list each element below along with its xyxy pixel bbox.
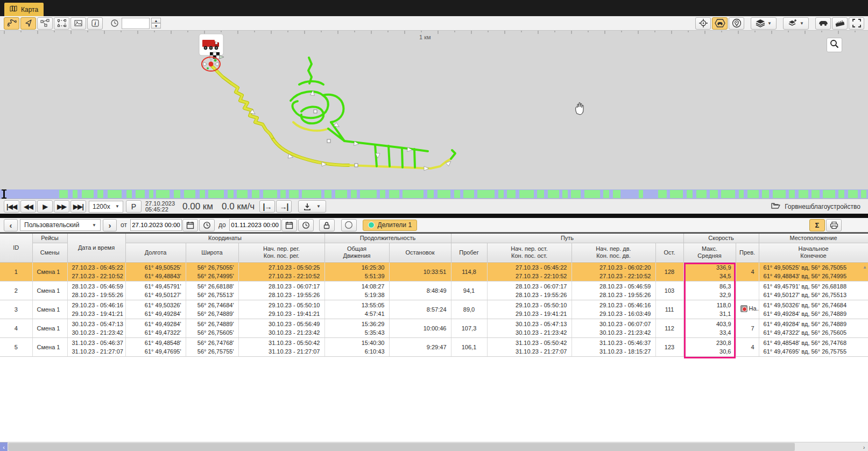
cell-reg: 29.10.23 - 05:50:1029.10.23 - 19:41:21 xyxy=(238,300,324,319)
cell-path_move: 29.10.23 - 05:46:1629.10.23 - 16:03:49 xyxy=(571,300,655,319)
search-icon xyxy=(830,39,839,51)
col-latitude[interactable]: Широта xyxy=(186,243,238,262)
table-row[interactable]: 5Смена 131.10.23 - 05:46:3731.10.23 - 21… xyxy=(0,337,868,356)
image-icon xyxy=(74,19,83,27)
colgroup-speed[interactable]: Скорость xyxy=(683,234,759,243)
map-icon xyxy=(10,5,18,13)
play-button[interactable]: ▶ xyxy=(37,200,53,213)
colgroup-duration[interactable]: Продолжительность xyxy=(324,234,451,243)
select-area-button[interactable] xyxy=(54,17,69,30)
layers-button[interactable]: ▼ xyxy=(751,17,777,30)
col-longitude[interactable]: Долгота xyxy=(125,243,186,262)
period-preset-select[interactable]: Пользовательский ▼ xyxy=(20,219,101,231)
fullscreen-button[interactable] xyxy=(849,17,864,30)
prev-period-button[interactable]: ‹ xyxy=(4,219,18,231)
scrollbar-thumb[interactable] xyxy=(8,443,795,451)
photos-button[interactable] xyxy=(70,17,86,30)
map-canvas[interactable]: 1 км xyxy=(0,31,868,189)
jump-to-end-button[interactable]: →| xyxy=(276,200,292,213)
timeline-segment xyxy=(507,190,516,198)
rewind-button[interactable]: ◀◀ xyxy=(20,200,36,213)
fast-forward-button[interactable]: ▶▶ xyxy=(54,200,69,213)
date-to-calendar-button[interactable] xyxy=(281,219,297,231)
date-from-calendar-button[interactable] xyxy=(182,219,198,231)
cell-lon: 61° 49,48548'61° 49,47695' xyxy=(125,337,186,356)
time-filter-input[interactable] xyxy=(122,18,150,29)
timeline-segment xyxy=(200,190,205,198)
lock-period-button[interactable] xyxy=(319,219,335,231)
geozones-button[interactable] xyxy=(37,17,53,30)
cell-reg: 30.10.23 - 05:56:4930.10.23 - 21:23:42 xyxy=(238,319,324,337)
date-from-input[interactable] xyxy=(130,219,182,231)
scroll-left-button[interactable]: ‹ xyxy=(0,442,8,451)
vehicle-group[interactable]: Горвнешблагоустройство xyxy=(771,202,865,211)
print-button[interactable] xyxy=(826,219,842,231)
time-from-clock-button[interactable] xyxy=(199,219,215,231)
export-button[interactable]: ▼ xyxy=(298,200,326,213)
p-mode-button[interactable]: P xyxy=(126,200,142,213)
map-search-button[interactable] xyxy=(827,38,842,52)
time-filter-toggle[interactable] xyxy=(109,17,120,30)
time-to-clock-button[interactable] xyxy=(298,219,314,231)
cell-id: 1 xyxy=(0,262,32,281)
jump-from-icon: |→ xyxy=(263,202,272,211)
skip-start-button[interactable]: |◀◀ xyxy=(4,200,19,213)
jump-to-start-button[interactable]: |→ xyxy=(259,200,275,213)
rewind-icon: ◀◀ xyxy=(24,203,32,210)
table-scroll-up-icon[interactable]: ▲ xyxy=(863,265,867,270)
table-row[interactable]: 3Смена 129.10.23 - 05:46:1629.10.23 - 19… xyxy=(0,300,868,319)
info-button[interactable]: i xyxy=(87,17,103,30)
col-id[interactable]: ID xyxy=(0,234,32,262)
cell-id: 2 xyxy=(0,281,32,300)
playback-speed-select[interactable]: 1200x ▼ xyxy=(89,201,123,213)
timeline-segment xyxy=(584,190,600,198)
cell-prev: 4 xyxy=(736,262,759,281)
vehicle-button[interactable] xyxy=(815,17,831,30)
col-mileage[interactable]: Пробег xyxy=(451,243,487,262)
colgroup-location[interactable]: Местоположение xyxy=(759,234,868,243)
col-datetime[interactable]: Дата и время xyxy=(67,234,125,262)
preset-caret-icon: ▼ xyxy=(92,223,96,228)
panel-splitter[interactable] xyxy=(0,214,868,218)
skip-end-button[interactable]: ▶▶| xyxy=(70,200,86,213)
col-violations[interactable]: Прев. xyxy=(736,243,759,262)
col-shifts[interactable]: Смены xyxy=(32,243,67,262)
measure-button[interactable] xyxy=(832,17,848,30)
color-marker-button[interactable] xyxy=(341,219,357,231)
next-period-button[interactable]: › xyxy=(103,219,117,231)
show-position-button[interactable] xyxy=(729,17,744,30)
cell-path_move: 31.10.23 - 05:46:3731.10.23 - 18:15:27 xyxy=(571,337,655,356)
tab-map[interactable]: Карта xyxy=(4,3,44,16)
follow-cursor-button[interactable] xyxy=(20,17,36,30)
cell-path_stop: 29.10.23 - 05:50:1029.10.23 - 19:41:21 xyxy=(487,300,571,319)
colgroup-path[interactable]: Путь xyxy=(451,234,683,243)
add-layer-button[interactable]: ▼ xyxy=(783,17,809,30)
violation-badge[interactable]: На... xyxy=(740,304,759,313)
horizontal-scrollbar[interactable]: ‹ › xyxy=(0,442,868,451)
follow-vehicle-button[interactable] xyxy=(712,17,728,30)
col-stops-count[interactable]: Ост. xyxy=(655,243,683,262)
cell-mileage: 106,1 xyxy=(451,337,487,356)
spin-up-button[interactable]: ▲ xyxy=(151,18,161,23)
timeline-segment xyxy=(174,190,181,198)
dividers-chip[interactable]: Делители 1 xyxy=(363,220,417,231)
timeline-segment xyxy=(848,190,858,198)
cell-prev xyxy=(736,281,759,300)
scroll-right-button[interactable]: › xyxy=(860,442,868,451)
table-row[interactable]: 1Смена 127.10.23 - 05:45:2227.10.23 - 22… xyxy=(0,262,868,281)
colgroup-coordinates[interactable]: Координаты xyxy=(125,234,324,243)
timeline-segment xyxy=(548,190,559,198)
table-row[interactable]: 4Смена 130.10.23 - 05:47:1330.10.23 - 21… xyxy=(0,319,868,337)
colgroup-trips[interactable]: Рейсы xyxy=(32,234,67,243)
timeline-track[interactable] xyxy=(0,189,868,199)
table-row[interactable]: 2Смена 128.10.23 - 05:46:5928.10.23 - 19… xyxy=(0,281,868,300)
timeline-position-handle[interactable] xyxy=(3,189,5,199)
cell-mileage: 107,3 xyxy=(451,319,487,337)
center-target-button[interactable] xyxy=(695,17,711,30)
col-stops-duration[interactable]: Остановок xyxy=(389,243,451,262)
download-icon xyxy=(304,203,311,210)
track-mode-button[interactable] xyxy=(4,17,19,30)
date-to-input[interactable] xyxy=(229,219,281,231)
totals-button[interactable]: Σ xyxy=(809,219,825,231)
spin-down-button[interactable]: ▼ xyxy=(151,23,161,29)
